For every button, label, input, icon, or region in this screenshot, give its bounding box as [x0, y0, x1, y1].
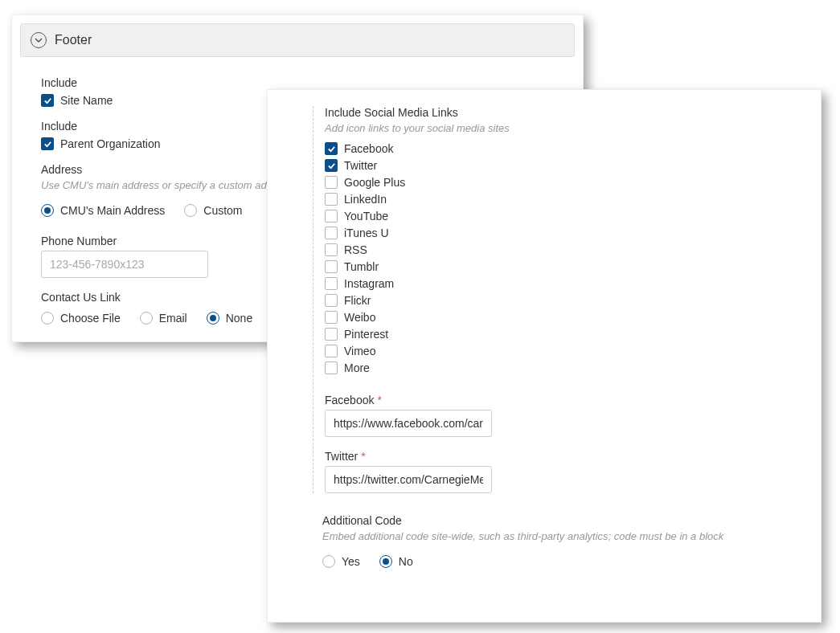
checkbox-pinterest[interactable]	[325, 328, 338, 341]
field-label: Additional Code	[322, 514, 803, 527]
checkbox-row-google-plus[interactable]: Google Plus	[325, 176, 803, 189]
option-label: Weibo	[344, 311, 375, 324]
required-star: *	[361, 450, 365, 463]
checkbox-site-name[interactable]	[41, 94, 54, 107]
radio-additional-yes[interactable]	[322, 555, 335, 568]
required-star: *	[377, 394, 381, 406]
section-title: Footer	[55, 33, 92, 47]
option-label: Custom	[203, 204, 242, 217]
checkbox-row-itunes-u[interactable]: iTunes U	[325, 227, 803, 239]
option-label: CMU's Main Address	[60, 204, 165, 217]
twitter-label: Twitter	[325, 450, 358, 463]
facebook-label: Facebook	[325, 394, 374, 406]
field-label: Include	[41, 76, 565, 89]
field-description: Embed additional code site-wide, such as…	[322, 530, 803, 542]
checkbox-row-rss[interactable]: RSS	[325, 243, 803, 256]
radio-cmu-main-address[interactable]	[41, 204, 54, 217]
checkbox-parent-organization[interactable]	[41, 137, 54, 150]
checkbox-row-twitter[interactable]: Twitter	[325, 159, 803, 172]
option-label: Twitter	[344, 159, 377, 172]
phone-input[interactable]	[41, 251, 208, 278]
checkbox-tumblr[interactable]	[325, 260, 338, 273]
checkbox-row-youtube[interactable]: YouTube	[325, 210, 803, 223]
option-label: Tumblr	[344, 260, 379, 273]
radio-row-yes[interactable]: Yes	[322, 555, 360, 568]
option-label: Google Plus	[344, 176, 405, 189]
checkbox-row-flickr[interactable]: Flickr	[325, 294, 803, 307]
checkbox-more[interactable]	[325, 361, 338, 374]
checkbox-row-more[interactable]: More	[325, 361, 803, 374]
checkbox-linkedin[interactable]	[325, 193, 338, 206]
checkbox-google-plus[interactable]	[325, 176, 338, 189]
option-label: No	[399, 555, 413, 568]
checkbox-row-vimeo[interactable]: Vimeo	[325, 345, 803, 357]
option-label: Email	[159, 312, 187, 325]
radio-row-email[interactable]: Email	[140, 312, 187, 325]
field-label: Include Social Media Links	[325, 106, 803, 119]
option-label: None	[226, 312, 252, 325]
social-checkbox-list: FacebookTwitterGoogle PlusLinkedInYouTub…	[325, 142, 803, 374]
option-label: Pinterest	[344, 328, 388, 341]
option-label: More	[344, 361, 370, 374]
option-label: Yes	[342, 555, 360, 568]
field-label: Facebook *	[325, 394, 803, 406]
checkbox-row-pinterest[interactable]: Pinterest	[325, 328, 803, 341]
checkbox-instagram[interactable]	[325, 277, 338, 290]
social-links-group: Include Social Media Links Add icon link…	[313, 106, 803, 493]
checkbox-weibo[interactable]	[325, 311, 338, 324]
field-description: Add icon links to your social media site…	[325, 122, 803, 134]
radio-additional-no[interactable]	[379, 555, 392, 568]
social-panel: Include Social Media Links Add icon link…	[267, 89, 822, 623]
chevron-down-icon	[31, 32, 47, 48]
additional-code-group: Additional Code Embed additional code si…	[313, 514, 803, 573]
option-label: Site Name	[60, 94, 113, 107]
checkbox-row-facebook[interactable]: Facebook	[325, 142, 803, 155]
footer-section-header[interactable]: Footer	[20, 23, 575, 57]
checkbox-vimeo[interactable]	[325, 345, 338, 357]
option-label: Choose File	[60, 312, 121, 325]
radio-none[interactable]	[207, 312, 219, 325]
twitter-url-group: Twitter *	[325, 450, 803, 493]
checkbox-flickr[interactable]	[325, 294, 338, 307]
option-label: Facebook	[344, 142, 393, 155]
radio-custom-address[interactable]	[184, 204, 197, 217]
checkbox-row-weibo[interactable]: Weibo	[325, 311, 803, 324]
option-label: Instagram	[344, 277, 394, 290]
option-label: iTunes U	[344, 227, 389, 239]
radio-row-custom[interactable]: Custom	[184, 204, 242, 217]
option-label: RSS	[344, 243, 367, 256]
checkbox-facebook[interactable]	[325, 142, 338, 155]
option-label: Vimeo	[344, 345, 375, 357]
option-label: LinkedIn	[344, 193, 387, 206]
option-label: Flickr	[344, 294, 371, 307]
radio-row-no[interactable]: No	[379, 555, 413, 568]
option-label: YouTube	[344, 210, 388, 223]
checkbox-row-linkedin[interactable]: LinkedIn	[325, 193, 803, 206]
facebook-url-group: Facebook *	[325, 394, 803, 437]
checkbox-youtube[interactable]	[325, 210, 338, 223]
checkbox-twitter[interactable]	[325, 159, 338, 172]
radio-row-none[interactable]: None	[207, 312, 252, 325]
radio-row-choose-file[interactable]: Choose File	[41, 312, 121, 325]
option-label: Parent Organization	[60, 137, 161, 150]
checkbox-row-tumblr[interactable]: Tumblr	[325, 260, 803, 273]
radio-choose-file[interactable]	[41, 312, 54, 325]
checkbox-row-instagram[interactable]: Instagram	[325, 277, 803, 290]
radio-row-cmu-address[interactable]: CMU's Main Address	[41, 204, 165, 217]
checkbox-itunes-u[interactable]	[325, 227, 338, 239]
facebook-url-input[interactable]	[325, 410, 492, 437]
checkbox-rss[interactable]	[325, 243, 338, 256]
field-label: Twitter *	[325, 450, 803, 463]
twitter-url-input[interactable]	[325, 466, 492, 493]
radio-email[interactable]	[140, 312, 153, 325]
